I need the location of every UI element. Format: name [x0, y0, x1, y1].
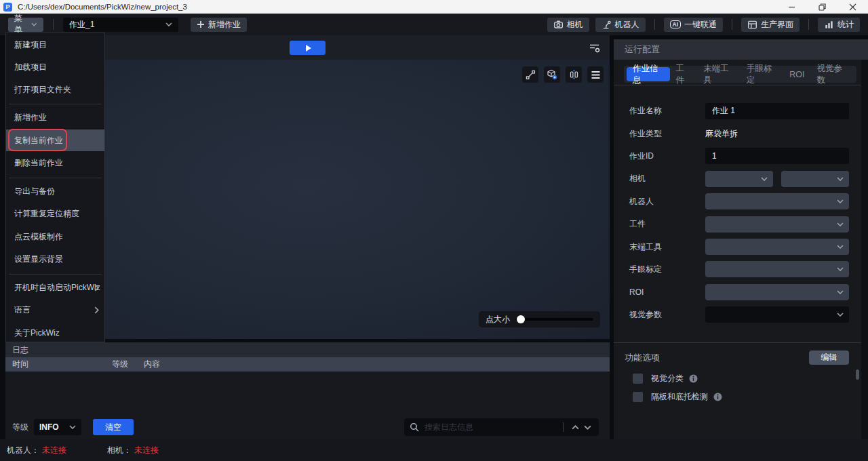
chevron-right-icon [94, 306, 99, 314]
robot-status-label: 机器人： [7, 445, 39, 456]
robot-select-label: 机器人 [629, 196, 705, 207]
camera-select-1[interactable] [705, 171, 773, 187]
minimize-button[interactable] [776, 0, 807, 14]
menu-item-display-background[interactable]: 设置显示背景 [6, 250, 104, 268]
end-tool-select-label: 末端工具 [629, 241, 705, 253]
roi-select-label: ROI [629, 287, 705, 297]
menu-item-delete-current-job[interactable]: 删除当前作业 [6, 154, 104, 172]
column-time: 时间 [5, 359, 112, 370]
ai-icon: AI [670, 20, 682, 29]
slider-track[interactable] [515, 318, 593, 321]
form-row: ROI [629, 281, 849, 303]
form-row: 末端工具 [629, 235, 849, 258]
robot-arm-icon [601, 20, 612, 30]
tab-end-tool[interactable]: 末端工具 [697, 67, 741, 81]
log-search-input[interactable] [425, 422, 557, 432]
menu-item-label: 开机时自动启动PickWiz [14, 283, 100, 292]
log-settings-button[interactable] [587, 41, 603, 55]
menu-item-language[interactable]: 语言 [6, 301, 104, 319]
robot-select[interactable] [705, 193, 849, 209]
form-row: 工件 [629, 213, 849, 235]
search-prev-button[interactable] [569, 425, 581, 430]
job-name-input[interactable] [705, 103, 849, 119]
vision-classify-checkbox[interactable] [633, 374, 643, 384]
form-row: 手眼标定 [629, 258, 849, 281]
toolbar-divider [654, 19, 655, 30]
robot-button-label: 机器人 [615, 19, 639, 31]
hamburger-menu-icon [591, 71, 601, 79]
vision-params-select[interactable] [705, 306, 849, 323]
job-type-label: 作业类型 [629, 128, 705, 140]
tab-hand-eye[interactable]: 手眼标定 [741, 67, 784, 81]
job-select[interactable]: 作业_1 [63, 18, 178, 32]
level-filter-select[interactable]: INFO [34, 419, 81, 435]
tab-vision-params[interactable]: 视觉参数 [810, 67, 854, 81]
close-button[interactable] [837, 0, 868, 14]
toolbar-divider [53, 19, 54, 30]
vision-classify-label: 视觉分类 [651, 373, 684, 384]
measure-distance-button[interactable] [522, 66, 538, 83]
job-name-label: 作业名称 [629, 105, 705, 117]
robot-status-value: 未连接 [42, 445, 66, 456]
tab-roi[interactable]: ROI [783, 67, 810, 81]
restore-icon [818, 3, 826, 11]
menu-item-new-project[interactable]: 新建项目 [6, 36, 104, 54]
add-model-button[interactable] [544, 66, 560, 83]
camera-select-2[interactable] [781, 171, 849, 187]
clipping-button[interactable] [566, 66, 582, 83]
log-table-header: 时间 等级 内容 [5, 357, 610, 372]
statistics-label: 统计 [837, 19, 854, 31]
point-size-slider[interactable]: 点大小 [479, 311, 600, 327]
function-options-title: 功能选项 [625, 350, 660, 365]
tab-workpiece[interactable]: 工件 [670, 67, 698, 81]
production-ui-label: 生产界面 [761, 19, 793, 31]
run-config-panel: 运行配置 作业信息 工件 末端工具 手眼标定 ROI 视觉参数 作业名称 作业类… [614, 39, 868, 439]
menu-item-autostart[interactable]: 开机时自动启动PickWiz [6, 279, 104, 296]
column-level: 等级 [112, 359, 144, 370]
menu-item-pointcloud-template[interactable]: 点云模板制作 [6, 228, 104, 245]
main-toolbar: 菜单 作业_1 新增作业 相机 机器人 AI 一键联通 [0, 14, 868, 35]
viewport-menu-button[interactable] [587, 66, 604, 83]
menu-item-export-backup[interactable]: 导出与备份 [6, 182, 104, 200]
roi-select[interactable] [705, 284, 849, 300]
one-key-connect-button[interactable]: AI 一键联通 [664, 18, 724, 32]
form-row: 作业名称 [629, 100, 849, 122]
list-gear-icon [589, 43, 601, 54]
form-row: 机器人 [629, 191, 849, 213]
status-bar: 机器人： 未连接 相机： 未连接 [0, 439, 868, 461]
scrollbar-thumb[interactable] [856, 369, 859, 380]
search-next-button[interactable] [581, 425, 593, 430]
menu-item-load-project[interactable]: 加载项目 [6, 58, 104, 76]
clear-log-button[interactable]: 清空 [93, 419, 134, 435]
chevron-down-icon [837, 290, 844, 294]
edit-button[interactable]: 编辑 [809, 350, 849, 365]
search-divider [563, 422, 564, 432]
slider-thumb[interactable] [517, 315, 525, 323]
workpiece-select[interactable] [705, 216, 849, 233]
menu-item-about-pickwiz[interactable]: 关于PickWiz [6, 324, 104, 342]
production-ui-button[interactable]: 生产界面 [741, 18, 800, 32]
menu-item-open-project-folder[interactable]: 打开项目文件夹 [6, 81, 104, 98]
camera-icon [553, 20, 564, 30]
log-search-box [404, 418, 599, 436]
chevron-down-icon [837, 313, 844, 317]
run-button[interactable] [290, 41, 326, 55]
partition-detect-checkbox[interactable] [633, 392, 643, 402]
menu-button[interactable]: 菜单 [8, 18, 43, 32]
scrollbar-gutter [861, 60, 868, 439]
statistics-button[interactable]: 统计 [818, 18, 860, 32]
add-job-button[interactable]: 新增作业 [191, 18, 247, 32]
menu-item-repeat-accuracy[interactable]: 计算重复定位精度 [6, 205, 104, 222]
plus-icon [197, 20, 205, 28]
job-id-input[interactable] [705, 148, 849, 164]
robot-button[interactable]: 机器人 [595, 18, 646, 32]
log-panel: 日志 时间 等级 内容 等级 INFO 清空 [5, 342, 610, 439]
point-size-label: 点大小 [486, 314, 510, 325]
camera-button[interactable]: 相机 [547, 18, 589, 32]
end-tool-select[interactable] [705, 239, 849, 255]
tab-job-info[interactable]: 作业信息 [627, 67, 670, 81]
hand-eye-select[interactable] [705, 261, 849, 277]
menu-item-add-job[interactable]: 新增作业 [6, 108, 104, 126]
restore-button[interactable] [807, 0, 837, 14]
window-title: C:/Users/dex/Documents/PickWiz/new_proje… [18, 3, 187, 11]
